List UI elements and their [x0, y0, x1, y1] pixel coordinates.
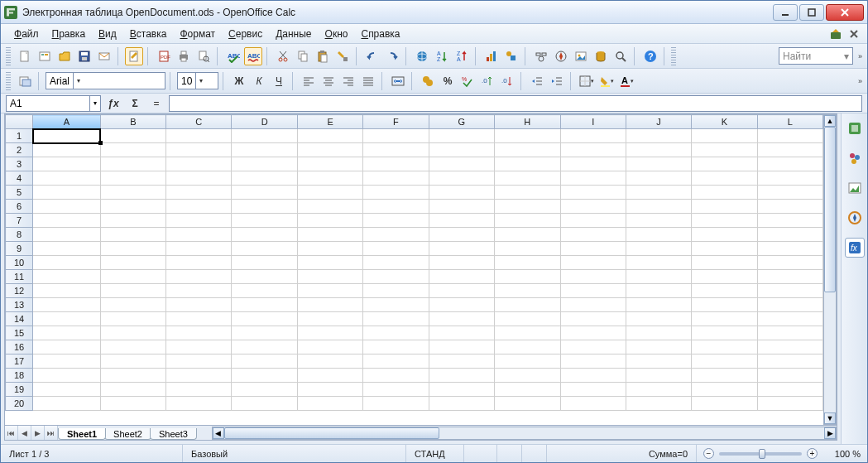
cell[interactable]: [297, 383, 362, 397]
cell[interactable]: [429, 143, 494, 157]
cell[interactable]: [429, 369, 494, 383]
cell[interactable]: [626, 326, 691, 340]
cell[interactable]: [100, 397, 165, 411]
cell[interactable]: [100, 143, 165, 157]
cell[interactable]: [560, 186, 626, 200]
cell[interactable]: [560, 171, 626, 186]
status-signature[interactable]: [522, 445, 547, 462]
cell[interactable]: [297, 298, 362, 312]
cell[interactable]: [100, 214, 165, 228]
minimize-button[interactable]: [773, 4, 798, 21]
cell[interactable]: [33, 340, 100, 354]
cell[interactable]: [495, 284, 560, 298]
toolbar-grip[interactable]: [6, 47, 11, 65]
cell[interactable]: [363, 298, 429, 312]
cell[interactable]: [232, 312, 297, 326]
cell[interactable]: [692, 157, 757, 171]
cell[interactable]: [232, 214, 297, 228]
cell[interactable]: [100, 383, 165, 397]
row-header[interactable]: 14: [6, 312, 33, 326]
cell[interactable]: [626, 354, 691, 369]
cell[interactable]: [495, 256, 560, 270]
cell[interactable]: [560, 129, 626, 143]
cell[interactable]: [232, 383, 297, 397]
cell[interactable]: [626, 312, 691, 326]
cell[interactable]: [495, 157, 560, 171]
tab-next-icon[interactable]: ▶: [31, 426, 45, 440]
cell[interactable]: [495, 228, 560, 242]
cell[interactable]: [100, 326, 165, 340]
cell[interactable]: [166, 157, 232, 171]
tab-first-icon[interactable]: ⏮: [5, 426, 18, 440]
cell[interactable]: [626, 214, 691, 228]
cell[interactable]: [560, 143, 626, 157]
column-header[interactable]: B: [100, 115, 165, 129]
cell[interactable]: [626, 369, 691, 383]
row-header[interactable]: 13: [6, 298, 33, 312]
row-header[interactable]: 17: [6, 354, 33, 369]
cell[interactable]: [429, 256, 494, 270]
row-header[interactable]: 10: [6, 256, 33, 270]
row-header[interactable]: 16: [6, 340, 33, 354]
cell[interactable]: [100, 200, 165, 214]
autospell-icon[interactable]: ABC: [244, 47, 262, 65]
cell[interactable]: [100, 298, 165, 312]
cell[interactable]: [495, 186, 560, 200]
cell[interactable]: [757, 326, 822, 340]
cell[interactable]: [297, 340, 362, 354]
cell[interactable]: [100, 284, 165, 298]
cell[interactable]: [560, 383, 626, 397]
tab-prev-icon[interactable]: ◀: [18, 426, 31, 440]
cell[interactable]: [297, 354, 362, 369]
cell[interactable]: [495, 214, 560, 228]
cell[interactable]: [33, 383, 100, 397]
cell[interactable]: [429, 186, 494, 200]
row-header[interactable]: 19: [6, 383, 33, 397]
print-preview-icon[interactable]: [194, 47, 213, 65]
row-header[interactable]: 12: [6, 284, 33, 298]
cell[interactable]: [166, 340, 232, 354]
column-header[interactable]: F: [363, 115, 429, 129]
cell[interactable]: [100, 340, 165, 354]
sidebar-navigator-icon[interactable]: [845, 208, 865, 228]
column-header[interactable]: J: [626, 115, 691, 129]
find-toolbar-grip[interactable]: [671, 47, 676, 65]
cell[interactable]: [33, 256, 100, 270]
cell[interactable]: [757, 270, 822, 284]
close-doc-icon[interactable]: [847, 27, 861, 41]
cell[interactable]: [495, 369, 560, 383]
cell[interactable]: [363, 383, 429, 397]
cell[interactable]: [560, 326, 626, 340]
cell[interactable]: [33, 397, 100, 411]
cell[interactable]: [363, 354, 429, 369]
cell[interactable]: [297, 200, 362, 214]
cell[interactable]: [626, 242, 691, 256]
sort-asc-icon[interactable]: AZ: [433, 47, 451, 65]
cell[interactable]: [363, 284, 429, 298]
spreadsheet-grid[interactable]: ABCDEFGHIJKL1234567891011121314151617181…: [5, 114, 823, 411]
cell[interactable]: [297, 214, 362, 228]
cell[interactable]: [692, 186, 757, 200]
cell[interactable]: [33, 143, 100, 157]
cell[interactable]: [232, 369, 297, 383]
cell[interactable]: [33, 228, 100, 242]
cell[interactable]: [166, 312, 232, 326]
cell[interactable]: [429, 298, 494, 312]
sidebar-gallery-icon[interactable]: [845, 178, 865, 198]
cell[interactable]: [429, 200, 494, 214]
cell[interactable]: [297, 242, 362, 256]
cell[interactable]: [757, 340, 822, 354]
cell[interactable]: [560, 397, 626, 411]
cell[interactable]: [757, 397, 822, 411]
formula-input[interactable]: [169, 95, 862, 112]
cell[interactable]: [33, 171, 100, 186]
hscroll-thumb[interactable]: [224, 427, 439, 439]
cell[interactable]: [363, 312, 429, 326]
cell[interactable]: [757, 143, 822, 157]
status-sum[interactable]: Сумма=0: [547, 445, 697, 462]
cell[interactable]: [297, 270, 362, 284]
cell[interactable]: [429, 354, 494, 369]
merge-cells-icon[interactable]: [389, 72, 407, 90]
cell[interactable]: [692, 369, 757, 383]
column-header[interactable]: L: [757, 115, 822, 129]
